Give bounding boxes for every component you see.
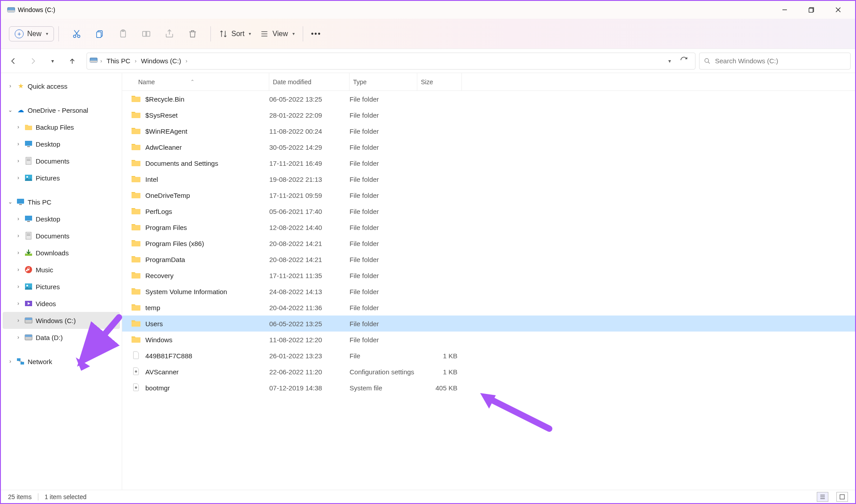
cut-icon[interactable] bbox=[70, 27, 84, 41]
file-date: 17-11-2021 16:49 bbox=[269, 160, 350, 167]
paste-icon[interactable] bbox=[116, 27, 130, 41]
sidebar-item-this-pc[interactable]: ⌄ This PC bbox=[3, 193, 120, 210]
maximize-button[interactable] bbox=[798, 1, 825, 19]
sidebar-item[interactable]: › Desktop bbox=[3, 135, 120, 152]
separator bbox=[303, 26, 303, 41]
up-button[interactable] bbox=[64, 53, 80, 69]
chevron-right-icon[interactable]: › bbox=[15, 300, 21, 307]
chevron-right-icon[interactable]: › bbox=[15, 216, 21, 222]
table-row[interactable]: Recovery 17-11-2021 11:35 File folder bbox=[122, 267, 855, 283]
chevron-right-icon[interactable]: › bbox=[15, 266, 21, 273]
column-header-name[interactable]: Name ⌃ bbox=[122, 73, 269, 90]
file-date: 20-08-2022 14:21 bbox=[269, 240, 350, 247]
new-button[interactable]: + New ▾ bbox=[9, 26, 54, 41]
status-selection: 1 item selected bbox=[45, 493, 86, 500]
table-row[interactable]: System Volume Information 24-08-2022 14:… bbox=[122, 283, 855, 299]
chevron-right-icon[interactable]: › bbox=[15, 334, 21, 340]
delete-icon[interactable] bbox=[185, 27, 200, 41]
search-box[interactable] bbox=[699, 53, 851, 70]
breadcrumb[interactable]: › This PC › Windows (C:) › ▾ bbox=[86, 53, 696, 70]
chevron-right-icon[interactable]: › bbox=[7, 358, 13, 365]
back-button[interactable] bbox=[5, 53, 21, 69]
table-row[interactable]: AVScanner 22-06-2022 11:20 Configuration… bbox=[122, 364, 855, 380]
file-date: 26-01-2022 13:23 bbox=[269, 352, 350, 360]
sidebar-item-network[interactable]: › Network bbox=[3, 353, 120, 370]
column-header-date[interactable]: Date modified bbox=[269, 73, 350, 90]
recent-dropdown[interactable]: ▾ bbox=[45, 53, 61, 69]
sidebar-item[interactable]: › Downloads bbox=[3, 244, 120, 261]
sidebar-item[interactable]: › Backup Files bbox=[3, 119, 120, 135]
chevron-right-icon[interactable]: › bbox=[15, 250, 21, 256]
item-icon bbox=[24, 140, 33, 148]
minimize-button[interactable] bbox=[771, 1, 798, 19]
column-header-size[interactable]: Size bbox=[417, 73, 462, 90]
chevron-down-icon: ▾ bbox=[249, 31, 251, 36]
table-row[interactable]: PerfLogs 05-06-2021 17:40 File folder bbox=[122, 203, 855, 219]
chevron-right-icon[interactable]: › bbox=[15, 317, 21, 324]
table-row[interactable]: Program Files 12-08-2022 14:40 File fold… bbox=[122, 219, 855, 235]
column-header-type[interactable]: Type bbox=[350, 73, 417, 90]
table-row[interactable]: OneDriveTemp 17-11-2021 09:59 File folde… bbox=[122, 187, 855, 203]
more-button[interactable]: ••• bbox=[308, 27, 325, 41]
item-icon bbox=[24, 299, 33, 307]
table-row[interactable]: ProgramData 20-08-2022 14:21 File folder bbox=[122, 251, 855, 267]
file-list-scroll[interactable]: Name ⌃ Date modified Type Size $Recycle.… bbox=[122, 73, 855, 490]
sidebar-item[interactable]: › Windows (C:) bbox=[3, 312, 120, 329]
item-icon bbox=[24, 123, 33, 131]
thumbnails-view-button[interactable] bbox=[836, 492, 848, 502]
crumb-drive[interactable]: Windows (C:) bbox=[139, 56, 183, 66]
sidebar-item-label: Desktop bbox=[36, 215, 60, 223]
table-row[interactable]: Users 06-05-2022 13:25 File folder bbox=[122, 316, 855, 332]
refresh-icon[interactable] bbox=[680, 56, 688, 66]
svg-rect-33 bbox=[19, 204, 22, 205]
table-row[interactable]: 449B81F7C888 26-01-2022 13:23 File 1 KB bbox=[122, 348, 855, 364]
copy-icon[interactable] bbox=[93, 27, 107, 41]
chevron-right-icon[interactable]: › bbox=[15, 233, 21, 239]
file-type: File folder bbox=[350, 160, 417, 167]
chevron-right-icon[interactable]: › bbox=[15, 124, 21, 130]
toolbar: + New ▾ Sort ▾ View ▾ ••• bbox=[1, 19, 855, 49]
sidebar-item[interactable]: › Pictures bbox=[3, 169, 120, 186]
sidebar-item[interactable]: › Desktop bbox=[3, 210, 120, 227]
chevron-right-icon[interactable]: › bbox=[7, 83, 13, 89]
table-row[interactable]: $SysReset 28-01-2022 22:09 File folder bbox=[122, 107, 855, 123]
view-button[interactable]: View ▾ bbox=[256, 27, 298, 41]
table-row[interactable]: Program Files (x86) 20-08-2022 14:21 Fil… bbox=[122, 235, 855, 251]
sort-button[interactable]: Sort ▾ bbox=[215, 27, 255, 41]
chevron-down-icon[interactable]: ⌄ bbox=[7, 199, 13, 205]
sidebar-item-label: Backup Files bbox=[36, 123, 74, 131]
file-date: 05-06-2021 17:40 bbox=[269, 208, 350, 215]
chevron-down-icon[interactable]: ⌄ bbox=[7, 107, 13, 113]
table-row[interactable]: Windows 11-08-2022 12:20 File folder bbox=[122, 332, 855, 348]
sidebar-item[interactable]: › Data (D:) bbox=[3, 329, 120, 346]
file-icon bbox=[131, 127, 141, 136]
forward-button[interactable] bbox=[25, 53, 41, 69]
rename-icon[interactable] bbox=[139, 27, 153, 41]
table-row[interactable]: Intel 19-08-2022 21:13 File folder bbox=[122, 171, 855, 187]
sidebar-item[interactable]: › Pictures bbox=[3, 278, 120, 295]
sidebar-item[interactable]: › Videos bbox=[3, 295, 120, 312]
sidebar-item[interactable]: › Music bbox=[3, 261, 120, 278]
chevron-down-icon[interactable]: ▾ bbox=[668, 58, 671, 64]
search-input[interactable] bbox=[715, 57, 846, 65]
chevron-right-icon[interactable]: › bbox=[15, 175, 21, 181]
table-row[interactable]: Documents and Settings 17-11-2021 16:49 … bbox=[122, 155, 855, 171]
table-row[interactable]: bootmgr 07-12-2019 14:38 System file 405… bbox=[122, 380, 855, 396]
table-row[interactable]: AdwCleaner 30-05-2022 14:29 File folder bbox=[122, 139, 855, 155]
close-button[interactable] bbox=[825, 1, 852, 19]
sidebar-item[interactable]: › Documents bbox=[3, 152, 120, 169]
chevron-right-icon[interactable]: › bbox=[15, 283, 21, 290]
chevron-right-icon[interactable]: › bbox=[15, 141, 21, 147]
table-row[interactable]: temp 20-04-2022 11:36 File folder bbox=[122, 299, 855, 316]
navigation-pane[interactable]: › ★ Quick access ⌄ ☁ OneDrive - Personal… bbox=[1, 73, 122, 490]
file-size: 405 KB bbox=[417, 384, 462, 392]
details-view-button[interactable] bbox=[817, 492, 828, 502]
table-row[interactable]: $WinREAgent 11-08-2022 00:24 File folder bbox=[122, 123, 855, 139]
crumb-this-pc[interactable]: This PC bbox=[105, 56, 132, 66]
sidebar-item-onedrive[interactable]: ⌄ ☁ OneDrive - Personal bbox=[3, 102, 120, 119]
share-icon[interactable] bbox=[162, 27, 177, 41]
sidebar-item-quick-access[interactable]: › ★ Quick access bbox=[3, 78, 120, 94]
table-row[interactable]: $Recycle.Bin 06-05-2022 13:25 File folde… bbox=[122, 91, 855, 107]
sidebar-item[interactable]: › Documents bbox=[3, 227, 120, 244]
chevron-right-icon[interactable]: › bbox=[15, 158, 21, 164]
